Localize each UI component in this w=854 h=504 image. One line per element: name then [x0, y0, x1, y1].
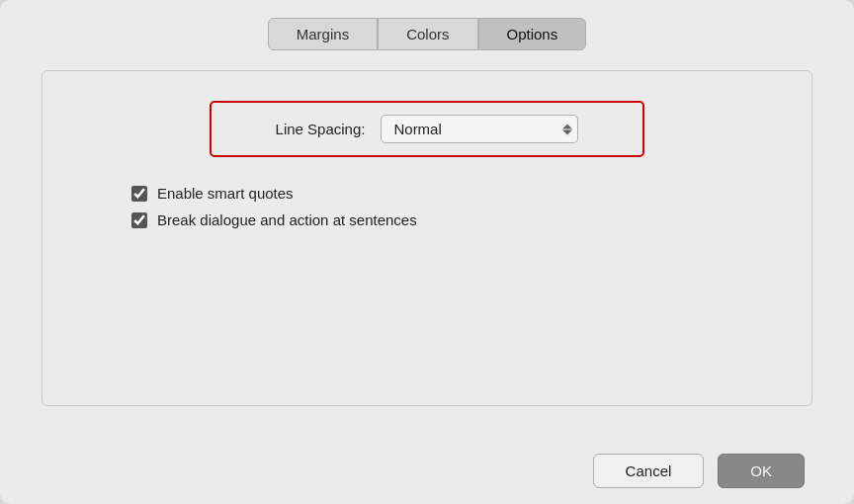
cancel-button[interactable]: Cancel [593, 454, 705, 488]
smart-quotes-checkbox[interactable] [131, 186, 147, 202]
smart-quotes-label: Enable smart quotes [157, 185, 294, 202]
line-spacing-select[interactable]: Single Normal Double Triple [381, 115, 578, 143]
tab-margins[interactable]: Margins [268, 18, 378, 50]
checkbox-section: Enable smart quotes Break dialogue and a… [131, 185, 782, 228]
line-spacing-row: Line Spacing: Single Normal Double Tripl… [210, 101, 644, 157]
checkbox-row-smart-quotes: Enable smart quotes [131, 185, 782, 202]
break-dialogue-label: Break dialogue and action at sentences [157, 211, 417, 228]
tab-options[interactable]: Options [478, 18, 587, 50]
ok-button[interactable]: OK [718, 454, 805, 488]
dialog: Margins Colors Options Line Spacing: Sin… [0, 0, 854, 504]
break-dialogue-checkbox[interactable] [131, 212, 147, 228]
content-area: Line Spacing: Single Normal Double Tripl… [42, 70, 812, 406]
tab-bar: Margins Colors Options [268, 18, 586, 50]
tab-colors[interactable]: Colors [378, 18, 477, 50]
checkbox-row-break-dialogue: Break dialogue and action at sentences [131, 211, 782, 228]
line-spacing-select-wrapper: Single Normal Double Triple [381, 115, 578, 143]
footer: Cancel OK [0, 438, 854, 504]
line-spacing-label: Line Spacing: [276, 121, 366, 137]
